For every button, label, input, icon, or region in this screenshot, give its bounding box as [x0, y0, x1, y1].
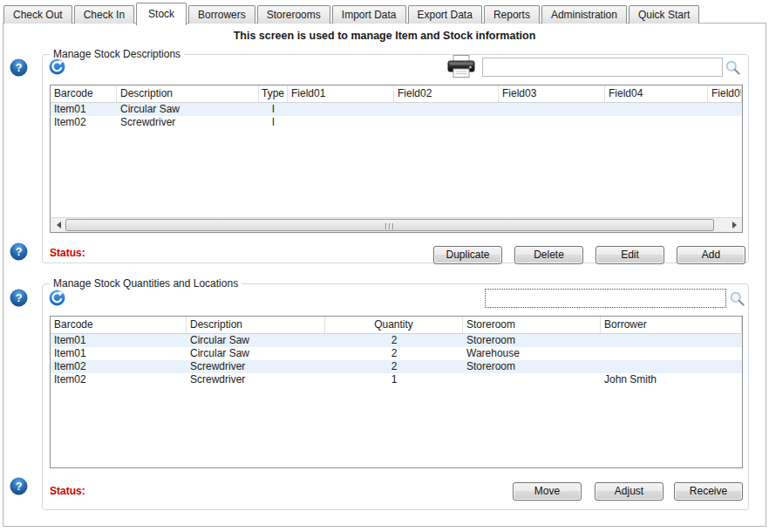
cell-borrower: John Smith [601, 373, 742, 386]
status-text: Status: [50, 485, 85, 497]
screen-instruction: This screen is used to manage Item and S… [0, 30, 769, 42]
svg-text:?: ? [16, 62, 23, 74]
help-icon[interactable]: ? [10, 289, 28, 307]
cell-description: Screwdriver [187, 373, 325, 386]
scrollbar-thumb[interactable] [65, 219, 714, 231]
table-row[interactable]: Item02 Screwdriver 2 Storeroom [51, 360, 742, 373]
cell-description: Circular Saw [187, 347, 325, 360]
cell-borrower [601, 334, 742, 347]
column-header-description[interactable]: Description [187, 317, 325, 333]
svg-text:?: ? [16, 481, 23, 493]
tab-storerooms[interactable]: Storerooms [257, 5, 330, 24]
horizontal-scrollbar[interactable] [51, 217, 742, 232]
receive-button[interactable]: Receive [674, 482, 743, 501]
help-icon[interactable]: ? [10, 242, 28, 261]
tab-reports[interactable]: Reports [484, 5, 540, 24]
cell-field05 [708, 103, 742, 116]
cell-barcode: Item02 [51, 360, 187, 373]
column-header-field03[interactable]: Field03 [499, 85, 605, 102]
cell-borrower [601, 360, 742, 373]
group-title: Manage Stock Quantities and Locations [50, 277, 242, 290]
table-row[interactable]: Item01 Circular Saw 2 Warehouse [51, 347, 742, 360]
stock-quantities-search-input[interactable] [485, 289, 726, 308]
cell-storeroom: Storeroom [463, 334, 601, 347]
table-row[interactable]: Item01 Circular Saw I [51, 103, 742, 116]
status-text: Status: [50, 247, 85, 259]
tab-quick-start[interactable]: Quick Start [629, 5, 699, 24]
svg-text:?: ? [16, 292, 23, 304]
cell-type: I [259, 103, 288, 116]
help-icon[interactable]: ? [10, 58, 28, 77]
tab-export-data[interactable]: Export Data [408, 5, 482, 24]
add-button[interactable]: Add [677, 246, 745, 264]
tab-bar: Check Out Check In Stock Borrowers Store… [3, 3, 701, 24]
tab-borrowers[interactable]: Borrowers [188, 5, 255, 24]
scrollbar-track[interactable] [65, 218, 727, 232]
scroll-right-button[interactable] [727, 218, 742, 232]
cell-barcode: Item01 [51, 347, 187, 360]
cell-storeroom: Storeroom [463, 360, 601, 373]
arrow-right-icon [732, 222, 740, 228]
stock-descriptions-search-input[interactable] [482, 58, 723, 77]
table-header-row: Barcode Description Quantity Storeroom B… [51, 317, 742, 334]
adjust-button[interactable]: Adjust [595, 482, 664, 501]
cell-quantity: 2 [325, 334, 463, 347]
column-header-storeroom[interactable]: Storeroom [463, 317, 601, 333]
cell-field04 [605, 103, 708, 116]
cell-field02 [394, 103, 499, 116]
status-label: Status: [50, 247, 85, 259]
status-label: Status: [50, 485, 85, 497]
column-header-barcode[interactable]: Barcode [51, 317, 187, 333]
cell-barcode: Item01 [51, 334, 187, 347]
cell-field02 [394, 116, 499, 129]
search-icon[interactable] [725, 59, 741, 76]
column-header-field01[interactable]: Field01 [288, 85, 394, 102]
delete-button[interactable]: Delete [514, 246, 583, 264]
cell-barcode: Item02 [51, 373, 187, 386]
cell-quantity: 1 [325, 373, 463, 386]
move-button[interactable]: Move [513, 482, 582, 501]
column-header-field05[interactable]: Field05 [708, 85, 742, 102]
arrow-left-icon [53, 222, 61, 228]
svg-text:?: ? [16, 246, 23, 258]
column-header-description[interactable]: Description [117, 85, 259, 102]
column-header-field02[interactable]: Field02 [394, 85, 499, 102]
stock-quantities-table: Barcode Description Quantity Storeroom B… [50, 316, 743, 468]
help-icon[interactable]: ? [10, 477, 28, 495]
tab-administration[interactable]: Administration [541, 5, 627, 24]
grip-icon [385, 223, 395, 229]
cell-description: Screwdriver [187, 360, 325, 373]
scroll-left-button[interactable] [51, 218, 65, 232]
cell-description: Circular Saw [187, 334, 325, 347]
cell-storeroom [463, 373, 601, 386]
duplicate-button[interactable]: Duplicate [433, 246, 502, 264]
edit-button[interactable]: Edit [595, 246, 664, 264]
tab-import-data[interactable]: Import Data [332, 5, 406, 24]
column-header-type[interactable]: Type [259, 85, 288, 102]
tab-check-out[interactable]: Check Out [3, 5, 72, 24]
cell-field05 [708, 116, 742, 129]
table-row[interactable]: Item02 Screwdriver 1 John Smith [51, 373, 742, 386]
cell-description: Circular Saw [117, 103, 259, 116]
cell-barcode: Item01 [51, 103, 117, 116]
table-row[interactable]: Item02 Screwdriver I [51, 116, 742, 129]
search-icon[interactable] [729, 290, 745, 307]
cell-type: I [259, 116, 288, 129]
cell-quantity: 2 [325, 347, 463, 360]
cell-field01 [288, 116, 394, 129]
column-header-field04[interactable]: Field04 [605, 85, 708, 102]
refresh-icon[interactable] [49, 290, 65, 306]
table-header-row: Barcode Description Type Field01 Field02… [51, 85, 742, 103]
column-header-barcode[interactable]: Barcode [51, 85, 117, 102]
column-header-quantity[interactable]: Quantity [325, 317, 463, 333]
refresh-icon[interactable] [49, 58, 65, 75]
column-header-borrower[interactable]: Borrower [601, 317, 742, 333]
cell-field04 [605, 116, 708, 129]
print-icon[interactable] [446, 54, 476, 78]
stock-descriptions-table: Barcode Description Type Field01 Field02… [50, 85, 743, 233]
cell-barcode: Item02 [51, 116, 117, 129]
tab-stock[interactable]: Stock [136, 3, 187, 25]
table-row[interactable]: Item01 Circular Saw 2 Storeroom [51, 334, 742, 347]
tab-check-in[interactable]: Check In [74, 5, 134, 24]
cell-quantity: 2 [325, 360, 463, 373]
